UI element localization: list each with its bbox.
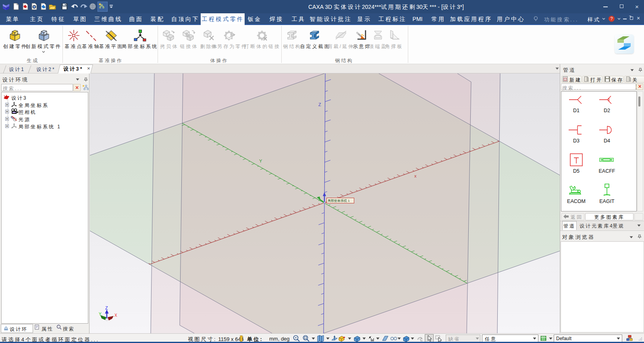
svg-text:Z: Z [105,305,108,310]
svg-text:局部坐标系统 1: 局部坐标系统 1 [328,199,350,203]
svg-text:x: x [414,174,417,178]
svg-text:Z: Z [318,102,321,107]
svg-text:X: X [114,313,117,318]
svg-text:Y: Y [259,159,262,163]
